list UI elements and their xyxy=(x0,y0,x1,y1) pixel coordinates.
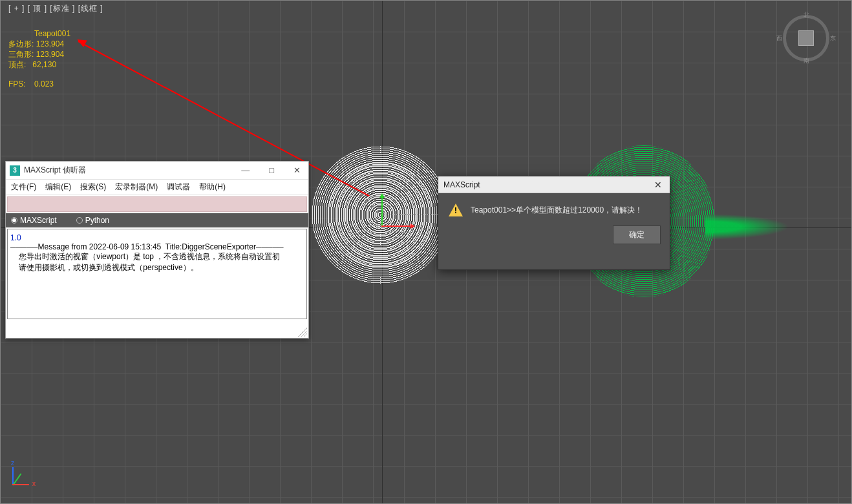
viewcube-west[interactable]: 西 xyxy=(776,34,782,43)
viewport-stats: Teapot001 多边形: 123,904 三角形: 123,904 顶点: … xyxy=(8,28,103,89)
console-line-1: 1.0 xyxy=(10,233,21,242)
viewcube-south[interactable]: 南 xyxy=(804,57,809,65)
warning-icon xyxy=(449,204,463,216)
alert-close-button[interactable]: ✕ xyxy=(652,180,665,190)
world-axis-x xyxy=(12,484,29,485)
teapot-white-wireframe[interactable] xyxy=(311,145,450,284)
maximize-button[interactable]: □ xyxy=(265,164,278,176)
close-button[interactable]: ✕ xyxy=(290,164,304,176)
stats-object-name: Teapot001 xyxy=(34,28,103,39)
viewport-label[interactable]: [ + ] [ 顶 ] [标准 ] [线框 ] xyxy=(8,3,103,14)
resize-grip[interactable] xyxy=(298,328,307,337)
stats-fps-label: FPS: xyxy=(8,79,26,89)
listener-title: MAXScript 侦听器 xyxy=(24,165,86,176)
viewcube-east[interactable]: 东 xyxy=(830,34,836,43)
language-selector: MAXScript Python xyxy=(6,213,308,227)
alert-title: MAXScript xyxy=(443,180,480,189)
console-line-3: 您导出时激活的视窗（viewport）是 top ，不含透视信息，系统将自动设置… xyxy=(10,252,280,261)
listener-menubar: 文件(F) 编辑(E) 搜索(S) 宏录制器(M) 调试器 帮助(H) xyxy=(6,180,308,195)
console-line-2: ─────Message from 2022-06-09 15:13:45 Ti… xyxy=(10,242,284,251)
menu-search[interactable]: 搜索(S) xyxy=(80,182,106,193)
maxscript-listener-window[interactable]: 3 MAXScript 侦听器 — □ ✕ 文件(F) 编辑(E) 搜索(S) … xyxy=(5,161,309,339)
console-line-4: 请使用摄影机，或切换到透视模式（perspective）。 xyxy=(10,263,198,272)
radio-dot-on xyxy=(11,217,17,224)
alert-titlebar[interactable]: MAXScript ✕ xyxy=(438,176,670,193)
viewport-overlay: [ + ] [ 顶 ] [标准 ] [线框 ] Teapot001 多边形: 1… xyxy=(8,3,103,89)
macro-recorder-pane[interactable] xyxy=(7,196,307,212)
radio-dot-off xyxy=(76,217,83,224)
menu-help[interactable]: 帮助(H) xyxy=(199,182,226,193)
listener-output[interactable]: 1.0 ─────Message from 2022-06-09 15:13:4… xyxy=(7,229,307,319)
menu-debugger[interactable]: 调试器 xyxy=(167,182,190,193)
gizmo-z-axis[interactable] xyxy=(378,222,385,229)
radio-maxscript[interactable]: MAXScript xyxy=(11,216,57,225)
app-icon: 3 xyxy=(10,165,20,176)
maxscript-alert-dialog[interactable]: MAXScript ✕ Teapot001>>单个模型面数超过120000，请解… xyxy=(438,176,670,270)
minimize-button[interactable]: — xyxy=(237,164,253,176)
gizmo-x-axis[interactable] xyxy=(381,226,414,227)
alert-message: Teapot001>>单个模型面数超过120000，请解决！ xyxy=(471,205,643,216)
viewcube[interactable]: 北 南 西 东 xyxy=(780,12,832,64)
stats-tri-label: 三角形: xyxy=(8,50,34,59)
stats-tri-value: 123,904 xyxy=(36,50,64,59)
radio-python[interactable]: Python xyxy=(76,216,109,225)
menu-macro[interactable]: 宏录制器(M) xyxy=(115,182,158,193)
menu-file[interactable]: 文件(F) xyxy=(11,182,36,193)
stats-poly-value: 123,904 xyxy=(36,39,64,48)
stats-vert-label: 顶点: xyxy=(8,60,26,69)
stats-poly-label: 多边形: xyxy=(8,39,34,48)
stats-fps-value: 0.023 xyxy=(34,79,54,89)
menu-edit[interactable]: 编辑(E) xyxy=(45,182,71,193)
alert-ok-button[interactable]: 确定 xyxy=(613,226,661,244)
teapot-green-spout xyxy=(705,214,789,240)
viewcube-face[interactable] xyxy=(798,30,814,46)
listener-titlebar[interactable]: 3 MAXScript 侦听器 — □ ✕ xyxy=(6,162,308,180)
stats-vert-value: 62,130 xyxy=(32,60,56,69)
viewcube-north[interactable]: 北 xyxy=(804,11,809,19)
